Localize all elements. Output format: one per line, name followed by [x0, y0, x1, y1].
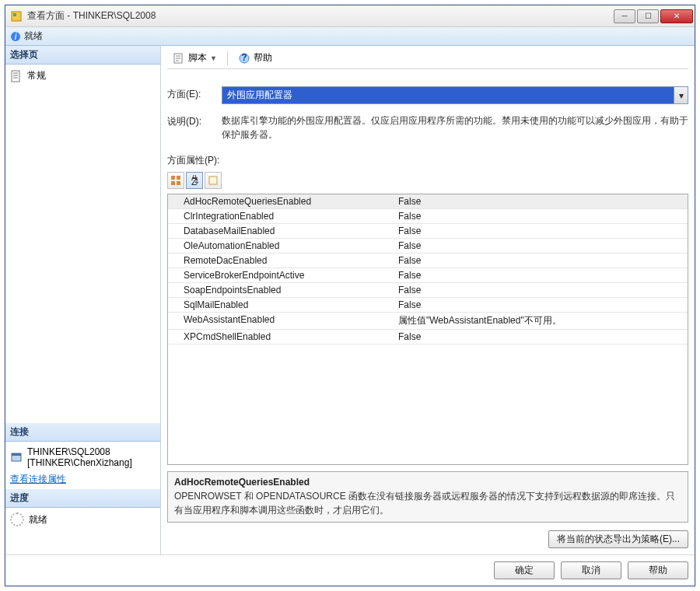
svg-rect-1 [13, 13, 16, 16]
facet-props-label: 方面属性(P): [167, 154, 688, 167]
help-button[interactable]: 帮助 [628, 561, 688, 579]
info-icon: i [10, 31, 21, 42]
facet-combobox[interactable]: 外围应用配置器 ▾ [222, 86, 688, 104]
property-row[interactable]: ClrIntegrationEnabledFalse [168, 209, 688, 224]
help-title: AdHocRemoteQueriesEnabled [174, 477, 681, 488]
main-toolbar: 脚本 ▼ ? 帮助 [167, 49, 688, 69]
sidebar-connection: 连接 THINKER\SQL2008 [THINKER\ChenXizhang]… [5, 423, 160, 489]
svg-text:Z: Z [191, 177, 197, 186]
property-value[interactable]: False [392, 268, 688, 282]
ribbon-bar: i 就绪 [5, 27, 695, 46]
connection-user: [THINKER\ChenXizhang] [27, 457, 132, 468]
main-panel: 脚本 ▼ ? 帮助 方面(E): 外围应用配置器 ▾ [161, 46, 695, 554]
svg-rect-13 [171, 176, 175, 180]
close-button[interactable]: ✕ [660, 9, 693, 23]
property-row[interactable]: WebAssistantEnabled属性值"WebAssistantEnabl… [168, 313, 688, 330]
categorize-button[interactable] [167, 172, 184, 189]
sidebar-item-label: 常规 [27, 69, 46, 82]
sidebar-title-connection: 连接 [5, 423, 160, 442]
minimize-button[interactable]: ─ [614, 9, 635, 23]
property-help-box: AdHocRemoteQueriesEnabled OPENROWSET 和 O… [167, 471, 688, 523]
ribbon-status: 就绪 [24, 30, 43, 43]
property-row[interactable]: OleAutomationEnabledFalse [168, 239, 688, 254]
svg-rect-16 [177, 181, 180, 185]
property-row[interactable]: ServiceBrokerEndpointActiveFalse [168, 268, 688, 283]
property-row[interactable]: SqlMailEnabledFalse [168, 298, 688, 313]
script-button[interactable]: 脚本 ▼ [167, 49, 222, 67]
app-icon [10, 10, 23, 23]
svg-rect-19 [209, 177, 217, 184]
facet-row: 方面(E): 外围应用配置器 ▾ [167, 83, 688, 107]
script-icon [173, 52, 185, 65]
sidebar-title-select: 选择页 [5, 46, 160, 65]
chevron-down-icon: ▼ [210, 54, 217, 62]
export-policy-button[interactable]: 将当前的状态导出为策略(E)... [548, 530, 688, 548]
property-name: SoapEndpointsEnabled [168, 283, 392, 297]
property-name: OleAutomationEnabled [168, 239, 392, 253]
property-row[interactable]: XPCmdShellEnabledFalse [168, 330, 688, 344]
property-value[interactable]: False [392, 298, 688, 312]
sidebar-select-page: 选择页 常规 [5, 46, 160, 423]
sidebar-progress: 进度 就绪 [5, 489, 160, 554]
sidebar: 选择页 常规 连接 [5, 46, 161, 554]
cancel-button[interactable]: 取消 [561, 561, 621, 579]
svg-rect-14 [177, 176, 180, 180]
description-row: 说明(D): 数据库引擎功能的外围应用配置器。仅应启用应用程序所需的功能。禁用未… [167, 110, 688, 145]
property-row[interactable]: RemoteDacEnabledFalse [168, 254, 688, 268]
toolbar-separator [227, 51, 228, 65]
property-name: XPCmdShellEnabled [168, 330, 392, 344]
property-name: ServiceBrokerEndpointActive [168, 268, 392, 282]
property-value[interactable]: False [392, 224, 688, 238]
alphabetical-button[interactable]: AZ [186, 172, 203, 189]
page-icon [10, 70, 23, 82]
help-description: OPENROWSET 和 OPENDATASOURCE 函数在没有链接服务器或远… [174, 489, 681, 517]
window-title: 查看方面 - THINKER\SQL2008 [27, 9, 614, 23]
property-value[interactable]: False [392, 209, 688, 223]
facet-value: 外围应用配置器 [222, 87, 674, 103]
property-grid-toolbar: AZ [167, 172, 688, 189]
property-name: AdHocRemoteQueriesEnabled [168, 194, 392, 208]
property-value[interactable]: False [392, 283, 688, 297]
dialog-footer: 确定 取消 帮助 [5, 554, 695, 586]
property-row[interactable]: DatabaseMailEnabledFalse [168, 224, 688, 239]
help-toolbar-button[interactable]: ? 帮助 [233, 49, 278, 67]
script-label: 脚本 [188, 51, 207, 65]
ok-button[interactable]: 确定 [494, 561, 555, 579]
property-name: SqlMailEnabled [168, 298, 392, 312]
svg-rect-4 [12, 71, 19, 82]
maximize-button[interactable]: ☐ [637, 9, 659, 23]
property-name: WebAssistantEnabled [168, 313, 392, 329]
property-value[interactable]: False [392, 194, 688, 208]
progress-status-text: 就绪 [29, 513, 47, 526]
property-value[interactable]: False [392, 254, 688, 268]
svg-text:i: i [15, 31, 17, 42]
chevron-down-icon[interactable]: ▾ [674, 87, 688, 103]
property-pages-button[interactable] [205, 172, 222, 189]
property-value[interactable]: 属性值"WebAssistantEnabled"不可用。 [392, 313, 688, 329]
property-name: RemoteDacEnabled [168, 254, 392, 268]
property-value[interactable]: False [392, 330, 688, 344]
svg-rect-9 [12, 453, 21, 456]
dialog-window: 查看方面 - THINKER\SQL2008 ─ ☐ ✕ i 就绪 选择页 常规 [5, 5, 695, 586]
description-text: 数据库引擎功能的外围应用配置器。仅应启用应用程序所需的功能。禁用未使用的功能可以… [222, 114, 688, 142]
view-connection-props-link[interactable]: 查看连接属性 [10, 474, 66, 484]
svg-text:?: ? [241, 52, 247, 63]
progress-status-row: 就绪 [10, 511, 156, 528]
client-area: 选择页 常规 连接 [5, 46, 695, 554]
export-row: 将当前的状态导出为策略(E)... [167, 530, 688, 548]
sidebar-server-info: THINKER\SQL2008 [THINKER\ChenXizhang] [10, 445, 156, 470]
server-icon [10, 451, 23, 463]
connection-server: THINKER\SQL2008 [27, 446, 132, 457]
property-row[interactable]: AdHocRemoteQueriesEnabledFalse [168, 194, 688, 209]
spinner-icon [10, 512, 24, 526]
sidebar-item-general[interactable]: 常规 [10, 68, 156, 84]
description-label: 说明(D): [167, 114, 217, 128]
property-row[interactable]: SoapEndpointsEnabledFalse [168, 283, 688, 298]
help-toolbar-label: 帮助 [254, 51, 272, 65]
titlebar[interactable]: 查看方面 - THINKER\SQL2008 ─ ☐ ✕ [5, 5, 695, 27]
facet-label: 方面(E): [167, 86, 217, 101]
property-value[interactable]: False [392, 239, 688, 253]
property-name: DatabaseMailEnabled [168, 224, 392, 238]
property-grid[interactable]: AdHocRemoteQueriesEnabledFalseClrIntegra… [167, 194, 688, 465]
help-icon: ? [238, 52, 250, 65]
